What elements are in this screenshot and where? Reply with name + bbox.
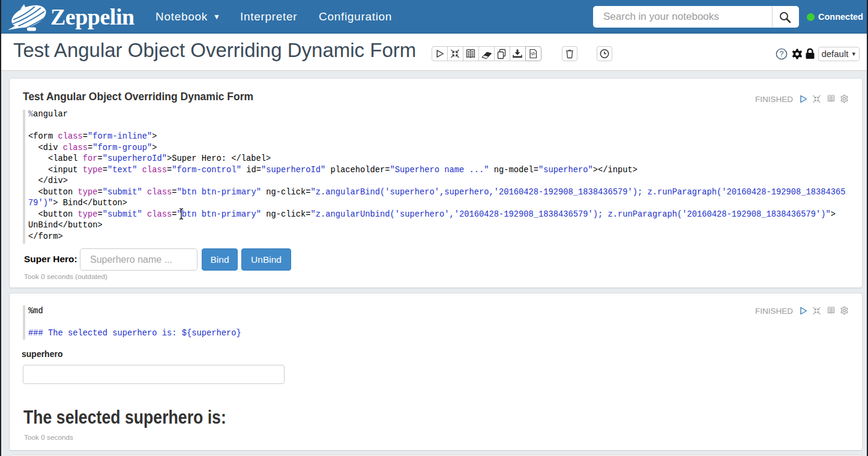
svg-text:?: ? xyxy=(780,50,784,58)
